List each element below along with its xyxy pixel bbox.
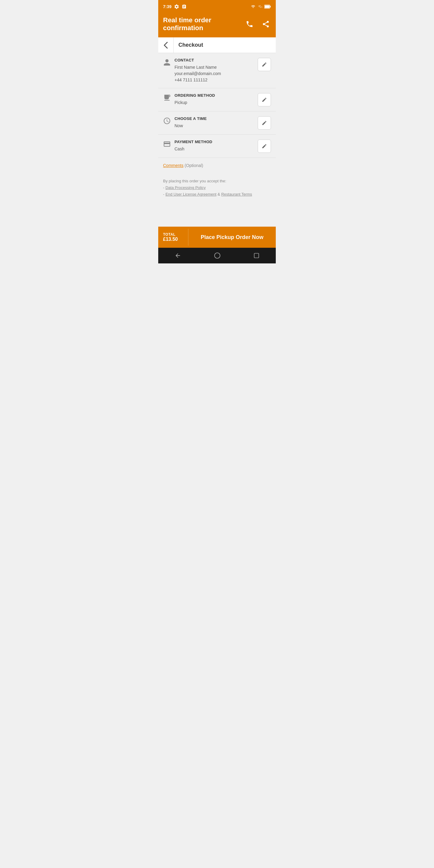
circle-icon <box>214 252 221 259</box>
svg-rect-2 <box>265 5 270 8</box>
comments-optional: (Optional) <box>184 163 203 168</box>
contact-label: CONTACT <box>175 58 254 62</box>
gear-icon <box>174 4 179 9</box>
ordering-method-section: ORDERING METHOD Pickup <box>158 88 276 112</box>
payment-method-value: Cash <box>175 146 254 152</box>
recents-nav-button[interactable] <box>253 253 259 258</box>
policy-and: & <box>216 192 221 196</box>
contact-body: CONTACT First Name Last Name your.email@… <box>175 58 254 83</box>
status-left: 7:39 <box>163 4 187 9</box>
svg-point-8 <box>215 253 220 258</box>
policy-prefix: By placing this order you accept the: <box>163 179 226 183</box>
total-label: TOTAL <box>163 232 183 237</box>
bottom-nav <box>158 248 276 264</box>
ordering-method-left: ORDERING METHOD Pickup <box>163 93 254 106</box>
svg-rect-1 <box>270 6 271 7</box>
phone-icon <box>246 20 253 28</box>
policy-section: By placing this order you accept the: - … <box>158 173 276 203</box>
contact-email: your.email@domain.com <box>175 70 254 77</box>
status-time: 7:39 <box>163 4 172 9</box>
policy-text: By placing this order you accept the: - … <box>163 178 271 198</box>
svg-rect-9 <box>254 253 258 258</box>
svg-point-3 <box>267 21 269 23</box>
payment-method-left: PAYMENT METHOD Cash <box>163 140 254 152</box>
choose-time-left: CHOOSE A TIME Now <box>163 116 254 129</box>
ordering-method-label: ORDERING METHOD <box>175 93 254 98</box>
payment-icon <box>163 140 171 148</box>
pencil-icon <box>261 62 267 67</box>
square-icon <box>253 253 259 258</box>
status-right <box>250 4 271 9</box>
header-actions <box>244 19 271 29</box>
eula-link[interactable]: End User License Agreement <box>165 192 216 196</box>
page-title: Checkout <box>174 42 203 48</box>
ordering-method-body: ORDERING METHOD Pickup <box>175 93 254 106</box>
footer: TOTAL £13.50 Place Pickup Order Now <box>158 227 276 248</box>
app-header: Real time order confirmation <box>158 13 276 37</box>
pencil-icon <box>261 97 267 102</box>
checkout-content: CONTACT First Name Last Name your.email@… <box>158 53 276 227</box>
share-button[interactable] <box>261 19 271 29</box>
contact-section-left: CONTACT First Name Last Name your.email@… <box>163 58 254 83</box>
choose-time-edit-button[interactable] <box>258 116 271 130</box>
svg-point-5 <box>267 25 269 27</box>
wifi-icon <box>250 4 256 9</box>
pencil-icon <box>261 120 267 126</box>
choose-time-section: CHOOSE A TIME Now <box>158 112 276 135</box>
choose-time-value: Now <box>175 123 254 129</box>
signal-icon <box>258 4 262 9</box>
choose-time-body: CHOOSE A TIME Now <box>175 116 254 129</box>
clipboard-icon <box>182 4 187 9</box>
payment-method-body: PAYMENT METHOD Cash <box>175 140 254 152</box>
comments-section: Comments (Optional) <box>158 158 276 173</box>
pencil-icon <box>261 144 267 149</box>
footer-total: TOTAL £13.50 <box>158 229 188 246</box>
payment-method-edit-button[interactable] <box>258 140 271 153</box>
comments-link[interactable]: Comments <box>163 163 184 168</box>
policy-line2-prefix: - <box>163 192 165 196</box>
ordering-method-edit-button[interactable] <box>258 93 271 106</box>
back-chevron-icon <box>164 42 168 49</box>
place-order-button[interactable]: Place Pickup Order Now <box>188 229 276 245</box>
total-amount: £13.50 <box>163 237 183 242</box>
content-spacer <box>158 203 276 227</box>
contact-edit-button[interactable] <box>258 58 271 71</box>
payment-method-label: PAYMENT METHOD <box>175 140 254 144</box>
svg-point-4 <box>263 23 265 25</box>
svg-line-6 <box>265 25 267 26</box>
contact-name: First Name Last Name <box>175 64 254 70</box>
policy-line1-prefix: - <box>163 185 165 190</box>
svg-line-7 <box>265 22 267 24</box>
status-bar: 7:39 <box>158 0 276 13</box>
contact-phone: +44 7111 111112 <box>175 77 254 83</box>
ordering-method-icon <box>163 94 171 101</box>
header-title: Real time order confirmation <box>163 16 244 32</box>
contact-section: CONTACT First Name Last Name your.email@… <box>158 53 276 88</box>
back-button[interactable] <box>158 37 174 53</box>
restaurant-terms-link[interactable]: Restaurant Terms <box>221 192 252 196</box>
choose-time-label: CHOOSE A TIME <box>175 116 254 121</box>
phone-button[interactable] <box>244 19 255 29</box>
payment-method-section: PAYMENT METHOD Cash <box>158 135 276 158</box>
back-nav-button[interactable] <box>175 252 181 259</box>
contact-icon <box>163 59 171 66</box>
share-icon <box>262 20 270 28</box>
nav-bar: Checkout <box>158 37 276 53</box>
battery-icon <box>264 4 271 9</box>
home-nav-button[interactable] <box>214 252 221 259</box>
data-processing-policy-link[interactable]: Data Processing Policy <box>165 185 206 190</box>
clock-icon <box>163 117 171 125</box>
ordering-method-value: Pickup <box>175 99 254 106</box>
back-triangle-icon <box>175 252 181 259</box>
